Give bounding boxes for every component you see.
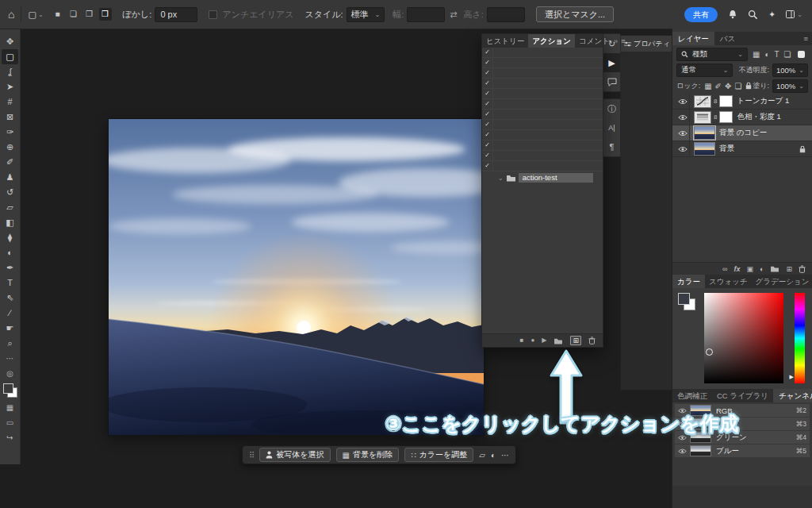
type-tool[interactable]: T	[2, 275, 18, 291]
layer-mask-thumbnail[interactable]	[719, 111, 733, 123]
record-icon[interactable]: ●	[530, 337, 534, 344]
select-and-mask-button[interactable]: 選択とマスク...	[536, 6, 614, 22]
filter-image-icon[interactable]: ▦	[753, 50, 760, 59]
discover-icon[interactable]: ✦	[768, 10, 776, 20]
lock-artboard-icon[interactable]: ❏	[734, 82, 741, 90]
check-icon[interactable]: ✓	[482, 79, 493, 88]
adjustment-layer-icon[interactable]: ◐	[760, 265, 764, 273]
feather-input[interactable]: 0 px	[155, 7, 197, 22]
action-row[interactable]: ✓	[482, 89, 603, 99]
new-selection-icon[interactable]: ■	[52, 8, 64, 21]
filter-toggle-icon[interactable]	[798, 51, 805, 58]
delete-icon[interactable]	[588, 337, 596, 344]
check-icon[interactable]: ✓	[482, 120, 493, 129]
tab-layers[interactable]: レイヤー	[672, 32, 714, 45]
mask-link-icon[interactable]: 8	[714, 98, 717, 105]
action-set-row[interactable]: ⌄ action-test	[482, 172, 603, 183]
new-set-folder-icon[interactable]	[553, 337, 563, 344]
layer-row-hue-sat[interactable]: 8 色相・彩度 1	[672, 110, 812, 125]
foreground-color-swatch[interactable]	[678, 293, 690, 305]
pen-tool[interactable]: ✒	[2, 260, 18, 275]
layer-thumbnail[interactable]	[694, 126, 715, 140]
lock-all-icon[interactable]	[745, 82, 752, 90]
channel-row-blue[interactable]: ブルー ⌘5	[675, 444, 810, 457]
blur-tool[interactable]: ⧫	[2, 230, 18, 245]
expand-panel-icon[interactable]: »	[614, 37, 618, 45]
action-row[interactable]: ✓	[482, 140, 603, 151]
check-icon[interactable]: ✓	[482, 130, 493, 140]
mask-link-icon[interactable]: 8	[714, 114, 717, 121]
action-row[interactable]: ✓	[482, 110, 603, 120]
search-icon[interactable]	[748, 10, 758, 20]
visibility-eye-icon[interactable]	[676, 125, 690, 141]
tab-paths[interactable]: パス	[714, 32, 741, 45]
lock-transparency-icon[interactable]: ▦	[704, 82, 711, 90]
marquee-tool[interactable]: ▢	[2, 49, 18, 64]
actions-panel-icon[interactable]: ▶	[603, 53, 620, 72]
filter-type-icon[interactable]: T	[775, 50, 779, 59]
quick-mask-icon[interactable]: ◎	[2, 366, 18, 381]
action-row[interactable]: ✓	[482, 68, 603, 79]
line-tool[interactable]: ∕	[2, 306, 18, 321]
add-mask-icon[interactable]: ▣	[747, 265, 754, 273]
object-selection-tool[interactable]: ➤	[2, 79, 18, 94]
intersect-selection-icon[interactable]: ❒	[99, 8, 112, 21]
style-select[interactable]: 標準 ⌄	[347, 7, 385, 22]
layer-filter-select[interactable]: 種類 ⌄	[676, 48, 748, 61]
new-group-icon[interactable]	[770, 265, 779, 272]
width-input[interactable]	[407, 7, 445, 22]
action-row[interactable]: ✓	[482, 130, 603, 140]
tab-color[interactable]: カラー	[672, 275, 705, 288]
curves-adjustment-icon[interactable]	[694, 95, 711, 108]
screen-mode-icon[interactable]: ▭	[2, 415, 18, 430]
more-options-icon[interactable]: ⋯	[501, 451, 509, 460]
lock-pixels-icon[interactable]: ✐	[715, 82, 722, 90]
delete-layer-icon[interactable]	[799, 265, 806, 273]
workspace-switcher-icon[interactable]: ⌄	[786, 10, 802, 19]
foreground-color-swatch[interactable]	[3, 383, 13, 394]
layer-style-icon[interactable]: fx	[733, 265, 740, 273]
subtract-selection-icon[interactable]: ❐	[83, 8, 96, 21]
stop-icon[interactable]: ■	[520, 337, 524, 344]
clone-stamp-tool[interactable]: ♟	[2, 170, 18, 185]
lasso-tool[interactable]: ʆ	[2, 64, 18, 79]
history-brush-tool[interactable]: ↺	[2, 185, 18, 200]
comments-panel-icon[interactable]	[603, 72, 620, 91]
move-tool[interactable]: ✥	[2, 34, 18, 49]
fill-input[interactable]: 100%⌄	[772, 79, 808, 93]
share-button[interactable]: 共有	[684, 7, 718, 22]
zoom-tool[interactable]: ⌕	[2, 336, 18, 351]
eraser-tool[interactable]: ▱	[2, 200, 18, 215]
share-image-icon[interactable]: ↪	[2, 430, 18, 445]
create-new-action-button[interactable]: ⊞	[570, 336, 581, 345]
blend-mode-select[interactable]: 通常 ⌄	[676, 64, 733, 77]
layer-name[interactable]: 色相・彩度 1	[737, 112, 780, 122]
frame-tool[interactable]: ⊠	[2, 110, 18, 125]
crop-tool[interactable]: #	[2, 94, 18, 110]
character-panel-icon[interactable]: A|	[603, 118, 620, 137]
tab-gradients[interactable]: グラデーション	[752, 275, 812, 288]
channel-thumbnail[interactable]	[690, 445, 711, 456]
height-input[interactable]	[487, 7, 525, 22]
home-icon[interactable]: ⌂	[8, 8, 14, 21]
hue-slider[interactable]	[795, 293, 805, 383]
tab-swatches[interactable]: スウォッチ	[705, 275, 752, 288]
info-panel-icon[interactable]: ⓘ	[603, 99, 620, 118]
color-cursor[interactable]	[706, 348, 713, 356]
saturation-brightness-field[interactable]	[704, 293, 783, 383]
check-icon[interactable]: ✓	[482, 58, 493, 67]
check-icon[interactable]: ✓	[482, 110, 493, 119]
opacity-input[interactable]: 100%⌄	[772, 64, 808, 77]
check-icon[interactable]: ✓	[482, 89, 493, 98]
visibility-eye-icon[interactable]	[676, 110, 690, 125]
tab-channels[interactable]: チャンネル	[773, 389, 812, 402]
play-icon[interactable]: ▶	[542, 337, 546, 344]
check-icon[interactable]: ✓	[482, 161, 493, 171]
action-row[interactable]: ✓	[482, 48, 603, 58]
lock-position-icon[interactable]: ✥	[725, 82, 731, 90]
action-row[interactable]: ✓	[482, 58, 603, 68]
active-tool-preset[interactable]: ▢ ⌄	[28, 10, 43, 20]
hue-saturation-adjustment-icon[interactable]	[694, 111, 711, 124]
select-subject-button[interactable]: 被写体を選択	[259, 448, 330, 462]
path-selection-tool[interactable]: ⇖	[2, 291, 18, 306]
